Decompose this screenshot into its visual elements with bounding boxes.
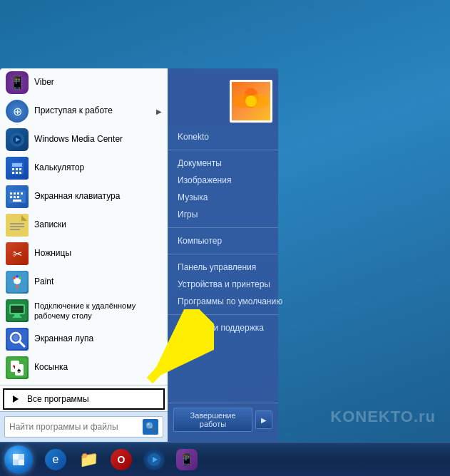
svg-marker-21 bbox=[21, 215, 27, 221]
svg-rect-34 bbox=[13, 316, 21, 318]
search-input[interactable] bbox=[9, 422, 143, 432]
wmedia-icon bbox=[143, 449, 165, 470]
taskbar-opera-button[interactable]: O bbox=[106, 445, 137, 474]
watermark: KONEKTO.ru bbox=[330, 408, 436, 426]
program-item-keyboard[interactable]: Экранная клавиатура bbox=[0, 182, 168, 211]
svg-text:♠: ♠ bbox=[17, 366, 21, 374]
svg-point-29 bbox=[16, 275, 19, 278]
right-menu-item-documents[interactable]: Документы bbox=[168, 155, 278, 172]
svg-point-27 bbox=[13, 276, 16, 279]
svg-rect-9 bbox=[16, 172, 18, 174]
folder-icon: 📁 bbox=[78, 449, 99, 470]
start-menu: 📱 Viber ⊕ Приступая к работе ▶ bbox=[0, 68, 278, 442]
search-button[interactable]: 🔍 bbox=[143, 419, 158, 435]
all-programs-label: Все программы bbox=[27, 394, 89, 404]
taskbar-viber-button[interactable]: 📱 bbox=[171, 445, 203, 474]
start-menu-right-panel: Konekto Документы Изображения Музыка Игр… bbox=[168, 68, 278, 442]
program-name-paint: Paint bbox=[34, 276, 53, 288]
shutdown-area: Завершение работы ▶ bbox=[168, 403, 278, 436]
remote-icon bbox=[6, 299, 29, 322]
svg-rect-5 bbox=[12, 168, 14, 170]
program-list: 📱 Viber ⊕ Приступая к работе ▶ bbox=[0, 68, 168, 411]
all-programs-button[interactable]: Все программы bbox=[3, 388, 165, 410]
ie-icon: e bbox=[45, 449, 66, 470]
program-item-wmc[interactable]: Windows Media Center bbox=[0, 125, 168, 154]
opera-icon: O bbox=[111, 449, 132, 470]
program-item-remote[interactable]: Подключение к удалённому рабочему столу bbox=[0, 296, 168, 325]
svg-point-38 bbox=[13, 335, 19, 341]
user-avatar-area bbox=[168, 74, 278, 125]
program-name-magnifier: Экранная лупа bbox=[34, 333, 93, 345]
notes-icon bbox=[6, 214, 29, 237]
shutdown-options-button[interactable]: ▶ bbox=[255, 410, 272, 429]
taskbar-ie-button[interactable]: e bbox=[40, 445, 71, 474]
right-menu-item-computer[interactable]: Компьютер bbox=[168, 232, 278, 249]
right-menu-item-control-panel[interactable]: Панель управления bbox=[168, 259, 278, 276]
menu-divider bbox=[0, 385, 168, 386]
right-menu-item-images[interactable]: Изображения bbox=[168, 172, 278, 189]
program-name-calc: Калькулятор bbox=[34, 162, 84, 174]
svg-rect-15 bbox=[21, 192, 23, 195]
svg-rect-19 bbox=[13, 200, 21, 202]
viber-icon: 📱 bbox=[6, 71, 29, 94]
svg-rect-4 bbox=[12, 163, 22, 167]
taskbar-folder-button[interactable]: 📁 bbox=[73, 445, 104, 474]
wmc-icon bbox=[6, 128, 29, 151]
program-item-calc[interactable]: Калькулятор bbox=[0, 154, 168, 182]
paint-icon bbox=[6, 271, 29, 294]
right-menu-items: Konekto Документы Изображения Музыка Игр… bbox=[168, 125, 278, 403]
magnifier-icon bbox=[6, 328, 29, 351]
all-programs-arrow-icon bbox=[10, 393, 21, 405]
svg-rect-18 bbox=[17, 196, 19, 198]
right-menu-item-games[interactable]: Игры bbox=[168, 206, 278, 223]
svg-rect-17 bbox=[14, 196, 16, 198]
program-name-viber: Viber bbox=[34, 77, 54, 88]
right-menu-item-default-programs[interactable]: Программы по умолчанию bbox=[168, 293, 278, 310]
taskbar: e 📁 O 📱 bbox=[0, 442, 450, 476]
right-menu-item-music[interactable]: Музыка bbox=[168, 189, 278, 206]
start-menu-left-panel: 📱 Viber ⊕ Приступая к работе ▶ bbox=[0, 68, 168, 442]
program-name-scissors: Ножницы bbox=[34, 248, 71, 259]
arrow-icon: ▶ bbox=[156, 108, 162, 115]
program-name-keyboard: Экранная клавиатура bbox=[34, 191, 120, 202]
program-item-solitaire[interactable]: ♥ ♠ Косынка bbox=[0, 353, 168, 382]
search-box: 🔍 bbox=[4, 416, 163, 438]
svg-rect-7 bbox=[19, 168, 21, 170]
program-item-notes[interactable]: Записки bbox=[0, 211, 168, 239]
calc-icon bbox=[6, 157, 29, 180]
right-separator-4 bbox=[168, 314, 278, 315]
svg-rect-14 bbox=[17, 192, 19, 195]
svg-marker-44 bbox=[13, 395, 19, 403]
program-name-wmc: Windows Media Center bbox=[34, 134, 123, 145]
svg-point-49 bbox=[245, 95, 257, 107]
svg-rect-32 bbox=[11, 306, 24, 313]
search-area: 🔍 bbox=[0, 411, 168, 442]
program-name-remote: Подключение к удалённому рабочему столу bbox=[34, 301, 162, 321]
program-name-start-work: Приступая к работе bbox=[34, 105, 113, 117]
program-item-scissors[interactable]: ✂ Ножницы bbox=[0, 239, 168, 268]
svg-rect-33 bbox=[14, 314, 20, 316]
svg-point-28 bbox=[19, 276, 21, 279]
scissors-icon: ✂ bbox=[6, 242, 29, 265]
right-separator-3 bbox=[168, 254, 278, 254]
program-name-notes: Записки bbox=[34, 219, 66, 231]
desktop: 📱 Viber ⊕ Приступая к работе ▶ bbox=[0, 0, 450, 476]
program-item-magnifier[interactable]: Экранная лупа bbox=[0, 325, 168, 353]
program-item-start-work[interactable]: ⊕ Приступая к работе ▶ bbox=[0, 97, 168, 125]
user-avatar bbox=[230, 80, 272, 123]
right-menu-item-devices[interactable]: Устройства и принтеры bbox=[168, 276, 278, 293]
shutdown-button[interactable]: Завершение работы bbox=[173, 408, 252, 432]
start-orb bbox=[4, 445, 33, 474]
taskbar-wmedia-button[interactable] bbox=[138, 445, 170, 474]
taskbar-icons: e 📁 O 📱 bbox=[37, 445, 450, 474]
start-button[interactable] bbox=[0, 443, 37, 477]
right-menu-item-konekto[interactable]: Konekto bbox=[168, 128, 278, 145]
svg-rect-16 bbox=[10, 196, 12, 198]
program-item-viber[interactable]: 📱 Viber bbox=[0, 68, 168, 97]
start-work-icon: ⊕ bbox=[6, 100, 29, 123]
right-menu-item-help[interactable]: Справка и поддержка bbox=[168, 319, 278, 336]
program-name-solitaire: Косынка bbox=[34, 362, 68, 373]
svg-rect-13 bbox=[14, 192, 16, 195]
viber-tb-icon: 📱 bbox=[176, 449, 198, 470]
program-item-paint[interactable]: Paint bbox=[0, 268, 168, 296]
